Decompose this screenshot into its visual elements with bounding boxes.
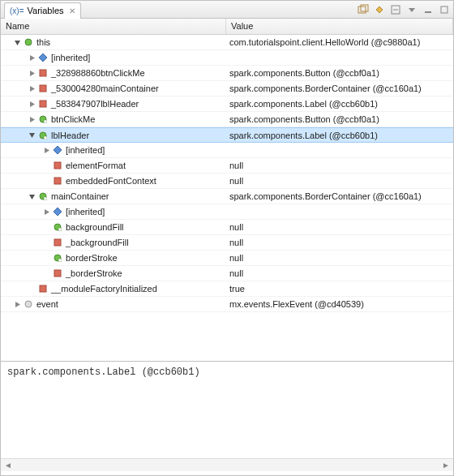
cell-name: _530004280mainContainer <box>1 84 226 93</box>
svg-rect-17 <box>44 197 47 200</box>
tree-row[interactable]: elementFormatnull <box>1 158 453 174</box>
column-headers: Name Value <box>1 19 453 35</box>
indent <box>1 273 41 274</box>
square-red-icon <box>53 238 62 247</box>
menu-dropdown-icon[interactable] <box>406 4 418 15</box>
cell-value: mx.events.FlexEvent (@cd40539) <box>226 299 453 309</box>
cell-name: _328988860btnClickMe <box>1 68 226 78</box>
cell-value: spark.components.BorderContainer (@cc160… <box>226 191 453 201</box>
tree-row[interactable]: backgroundFillnull <box>1 220 453 235</box>
expand-toggle-icon[interactable] <box>27 99 36 109</box>
tree-row[interactable]: eventmx.events.FlexEvent (@cd40539) <box>1 297 453 312</box>
tree-row[interactable]: __moduleFactoryInitializedtrue <box>1 281 453 297</box>
row-label: event <box>36 299 58 309</box>
tree-row[interactable]: embeddedFontContextnull <box>1 174 453 189</box>
tree-row[interactable]: _583847907lblHeaderspark.components.Labe… <box>1 96 453 112</box>
collapse-toggle-icon[interactable] <box>12 37 22 47</box>
cell-value: null <box>226 161 453 170</box>
svg-rect-8 <box>40 85 46 92</box>
tree-row[interactable]: mainContainerspark.components.BorderCont… <box>1 189 453 204</box>
expand-toggle-icon[interactable] <box>27 53 36 62</box>
svg-rect-9 <box>40 101 46 107</box>
svg-point-25 <box>25 301 32 307</box>
cell-name: backgroundFill <box>1 222 226 232</box>
horizontal-scrollbar[interactable]: ◄ ► <box>1 458 453 471</box>
svg-rect-20 <box>54 239 61 246</box>
cell-name: mainContainer <box>1 191 226 201</box>
expand-toggle-icon[interactable] <box>41 145 51 155</box>
tab-variables[interactable]: (x)= Variables ✕ <box>4 2 81 19</box>
expand-toggle-icon[interactable] <box>27 84 36 93</box>
indent <box>1 212 41 212</box>
indent <box>1 58 27 58</box>
expand-toggle-icon[interactable] <box>12 299 22 309</box>
column-name-header[interactable]: Name <box>1 19 226 34</box>
row-label: mainContainer <box>51 191 109 201</box>
variables-tree[interactable]: thiscom.tutorialspoint.client.HelloWorld… <box>1 35 453 361</box>
diamond-blue-icon <box>53 207 62 217</box>
indent <box>1 104 27 105</box>
indent <box>1 304 12 305</box>
collapse-toggle-icon[interactable] <box>27 191 36 201</box>
row-label: _borderStroke <box>66 268 122 278</box>
cell-value: true <box>226 284 453 294</box>
indent <box>1 135 27 135</box>
tree-row[interactable]: thiscom.tutorialspoint.client.HelloWorld… <box>1 35 453 50</box>
cell-name: _583847907lblHeader <box>1 99 226 109</box>
row-label: _328988860btnClickMe <box>51 68 145 78</box>
minimize-icon[interactable] <box>422 4 434 15</box>
tree-row[interactable]: _530004280mainContainerspark.components.… <box>1 81 453 96</box>
svg-rect-7 <box>40 70 46 76</box>
circle-green-s-icon <box>38 114 48 124</box>
maximize-icon[interactable] <box>439 4 450 15</box>
show-logical-icon[interactable] <box>374 4 385 15</box>
show-type-icon[interactable] <box>358 4 369 15</box>
collapse-icon[interactable] <box>390 4 401 15</box>
row-label: this <box>36 37 50 47</box>
row-label: [inherited] <box>51 53 90 62</box>
tree-row[interactable]: lblHeaderspark.components.Label (@ccb60b… <box>1 127 453 143</box>
circle-green-s-icon <box>53 222 62 232</box>
expand-toggle-icon[interactable] <box>41 207 51 217</box>
cell-value: com.tutorialspoint.client.HelloWorld (@c… <box>226 37 453 47</box>
row-label: borderStroke <box>66 253 118 263</box>
tree-row[interactable]: _backgroundFillnull <box>1 235 453 251</box>
cell-name: [inherited] <box>1 53 226 62</box>
indent <box>1 242 41 243</box>
expand-toggle-icon[interactable] <box>27 68 36 78</box>
square-red-icon <box>38 84 48 93</box>
tree-row[interactable]: _328988860btnClickMespark.components.But… <box>1 66 453 81</box>
tree-row[interactable]: btnClickMespark.components.Button (@ccbf… <box>1 112 453 127</box>
column-value-header[interactable]: Value <box>226 19 453 34</box>
scroll-right-icon[interactable]: ► <box>442 461 450 470</box>
tree-row[interactable]: [inherited] <box>1 143 453 158</box>
tree-row[interactable]: [inherited] <box>1 50 453 66</box>
diamond-blue-icon <box>38 53 48 62</box>
cell-value: spark.components.BorderContainer (@cc160… <box>226 84 453 93</box>
cell-name: [inherited] <box>1 145 226 155</box>
scroll-left-icon[interactable]: ◄ <box>4 461 12 470</box>
diamond-blue-icon <box>53 145 62 155</box>
square-red-icon <box>53 176 62 186</box>
svg-rect-0 <box>358 6 366 13</box>
close-icon[interactable]: ✕ <box>69 6 75 15</box>
circle-green-icon <box>24 37 33 47</box>
row-label: [inherited] <box>66 207 105 217</box>
svg-point-6 <box>25 39 32 45</box>
row-label: btnClickMe <box>51 114 95 124</box>
expand-toggle-icon[interactable] <box>27 114 36 124</box>
cell-value: spark.components.Label (@ccb60b1) <box>226 99 453 109</box>
svg-rect-23 <box>54 270 61 277</box>
cell-name: _backgroundFill <box>1 238 226 247</box>
indent <box>1 165 41 166</box>
tab-title: Variables <box>28 6 64 15</box>
tree-row[interactable]: borderStrokenull <box>1 251 453 266</box>
cell-name: __moduleFactoryInitialized <box>1 284 226 294</box>
cell-name: event <box>1 299 226 309</box>
tree-row[interactable]: _borderStrokenull <box>1 266 453 281</box>
cell-name: embeddedFontContext <box>1 176 226 186</box>
collapse-toggle-icon[interactable] <box>27 131 36 140</box>
indent <box>1 258 41 259</box>
tree-row[interactable]: [inherited] <box>1 204 453 220</box>
cell-name: this <box>1 37 226 47</box>
